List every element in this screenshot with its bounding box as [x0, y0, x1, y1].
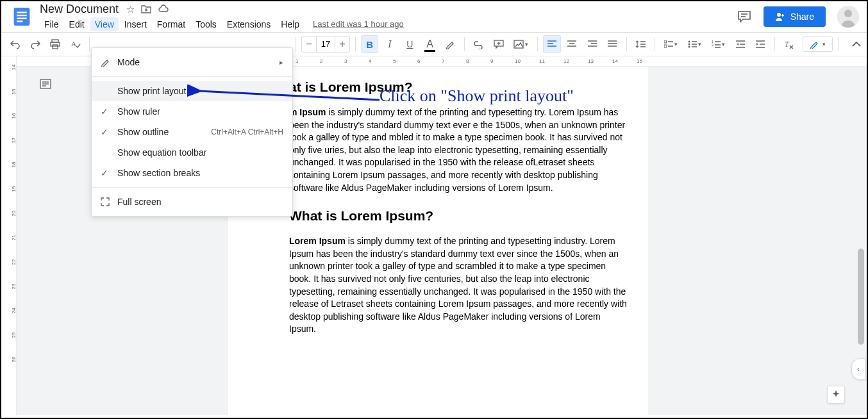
- separator: [355, 37, 356, 51]
- separator: [774, 37, 775, 51]
- highlight-button[interactable]: [441, 35, 458, 53]
- menu-insert[interactable]: Insert: [120, 17, 151, 31]
- share-button[interactable]: Share: [764, 6, 826, 27]
- svg-rect-1: [17, 12, 26, 13]
- svg-text:2: 2: [712, 43, 714, 47]
- svg-rect-12: [53, 45, 58, 49]
- svg-rect-15: [514, 40, 523, 48]
- menu-help[interactable]: Help: [276, 17, 304, 31]
- menu-item-show-print-layout[interactable]: Show print layout: [92, 81, 292, 101]
- separator: [626, 37, 627, 51]
- svg-point-35: [689, 41, 690, 43]
- font-size-control: − 17 +: [301, 36, 350, 53]
- separator: [655, 37, 655, 51]
- add-comment-button[interactable]: [490, 35, 507, 53]
- svg-point-9: [844, 10, 852, 17]
- font-size-decrease[interactable]: −: [302, 37, 316, 52]
- heading: What is Lorem Ipsum?: [289, 208, 629, 224]
- account-avatar[interactable]: [837, 6, 859, 28]
- fullscreen-icon: [101, 197, 117, 206]
- star-icon[interactable]: ☆: [126, 4, 135, 14]
- menu-edit[interactable]: Edit: [65, 17, 89, 31]
- clear-formatting-button[interactable]: T: [780, 35, 797, 53]
- align-right-button[interactable]: [583, 35, 601, 53]
- text-color-button[interactable]: A: [421, 35, 438, 53]
- italic-button[interactable]: I: [381, 35, 398, 53]
- svg-rect-0: [14, 8, 30, 26]
- align-justify-button[interactable]: [603, 35, 621, 53]
- separator: [89, 37, 90, 51]
- decrease-indent-button[interactable]: [731, 35, 749, 53]
- docs-logo[interactable]: [9, 4, 35, 29]
- submenu-arrow-icon: ▸: [280, 58, 283, 67]
- menu-item-show-outline[interactable]: ✓ Show outline Ctrl+Alt+A Ctrl+Alt+H: [92, 122, 292, 142]
- check-icon: ✓: [101, 168, 117, 178]
- menu-item-show-equation-toolbar[interactable]: Show equation toolbar: [92, 142, 292, 163]
- menu-format[interactable]: Format: [153, 17, 190, 31]
- comment-history-icon[interactable]: [737, 9, 752, 24]
- svg-rect-11: [51, 42, 60, 46]
- show-outline-button[interactable]: [36, 74, 55, 94]
- underline-button[interactable]: U: [401, 35, 419, 53]
- svg-rect-2: [17, 15, 26, 16]
- separator: [296, 37, 296, 51]
- menu-item-full-screen[interactable]: Full screen: [92, 192, 292, 212]
- view-menu-dropdown: Mode ▸ Show print layout ✓ Show ruler ✓ …: [91, 47, 293, 217]
- separator: [838, 37, 839, 51]
- share-label: Share: [790, 12, 814, 22]
- print-button[interactable]: [47, 35, 64, 53]
- hide-menus-button[interactable]: [851, 41, 862, 47]
- paragraph: m Ipsum is simply dummy text of the prin…: [289, 106, 629, 194]
- menubar: File Edit View Insert Format Tools Exten…: [40, 17, 737, 31]
- font-size-value[interactable]: 17: [316, 37, 335, 52]
- menu-extensions[interactable]: Extensions: [222, 17, 275, 31]
- check-icon: ✓: [101, 127, 117, 137]
- bold-button[interactable]: B: [361, 35, 378, 53]
- bulleted-list-button[interactable]: ▾: [684, 35, 705, 53]
- header-bar: New Document ☆ File Edit View Insert For…: [1, 1, 867, 28]
- redo-button[interactable]: [26, 35, 44, 53]
- checklist-button[interactable]: ▾: [660, 35, 681, 53]
- menu-view[interactable]: View: [90, 17, 119, 31]
- title-area: New Document ☆ File Edit View Insert For…: [40, 3, 737, 31]
- check-icon: ✓: [101, 106, 117, 117]
- menu-tools[interactable]: Tools: [191, 17, 221, 31]
- document-title[interactable]: New Document: [40, 3, 119, 16]
- pencil-icon: [810, 40, 819, 49]
- increase-indent-button[interactable]: [751, 35, 769, 53]
- menu-file[interactable]: File: [40, 17, 63, 31]
- separator: [92, 187, 292, 188]
- separator: [464, 37, 465, 51]
- insert-link-button[interactable]: [470, 35, 487, 53]
- editing-mode-button[interactable]: ▾: [803, 37, 833, 52]
- spellcheck-button[interactable]: A: [67, 35, 84, 53]
- vertical-scrollbar[interactable]: [858, 249, 864, 345]
- separator: [537, 37, 538, 51]
- align-center-button[interactable]: [563, 35, 581, 53]
- svg-point-39: [689, 46, 690, 48]
- menu-item-show-ruler[interactable]: ✓ Show ruler: [92, 101, 292, 122]
- explore-button[interactable]: [827, 386, 845, 404]
- svg-text:T: T: [785, 40, 790, 49]
- align-left-button[interactable]: [543, 35, 560, 53]
- vertical-ruler: 14 15 16 17 18 19 20 21 22 23 24 25 26: [1, 56, 17, 415]
- last-edit-link[interactable]: Last edit was 1 hour ago: [313, 19, 404, 29]
- separator: [92, 76, 292, 77]
- menu-item-mode[interactable]: Mode ▸: [92, 52, 292, 72]
- svg-rect-4: [17, 21, 22, 22]
- person-add-icon: [775, 12, 785, 22]
- svg-rect-3: [17, 18, 26, 19]
- svg-rect-33: [664, 45, 667, 47]
- paragraph: Lorem Ipsum is simply dummy text of the …: [289, 235, 629, 336]
- svg-text:A: A: [71, 40, 76, 47]
- insert-image-button[interactable]: ▾: [510, 35, 532, 53]
- pencil-icon: [101, 58, 117, 67]
- undo-button[interactable]: [6, 35, 24, 53]
- line-spacing-button[interactable]: [632, 35, 649, 53]
- show-side-panel-button[interactable]: ‹: [851, 358, 865, 380]
- menu-item-show-section-breaks[interactable]: ✓ Show section breaks: [92, 163, 292, 183]
- cloud-status-icon[interactable]: [158, 4, 169, 14]
- move-icon[interactable]: [141, 4, 151, 14]
- font-size-increase[interactable]: +: [335, 37, 349, 52]
- numbered-list-button[interactable]: 12▾: [708, 35, 729, 53]
